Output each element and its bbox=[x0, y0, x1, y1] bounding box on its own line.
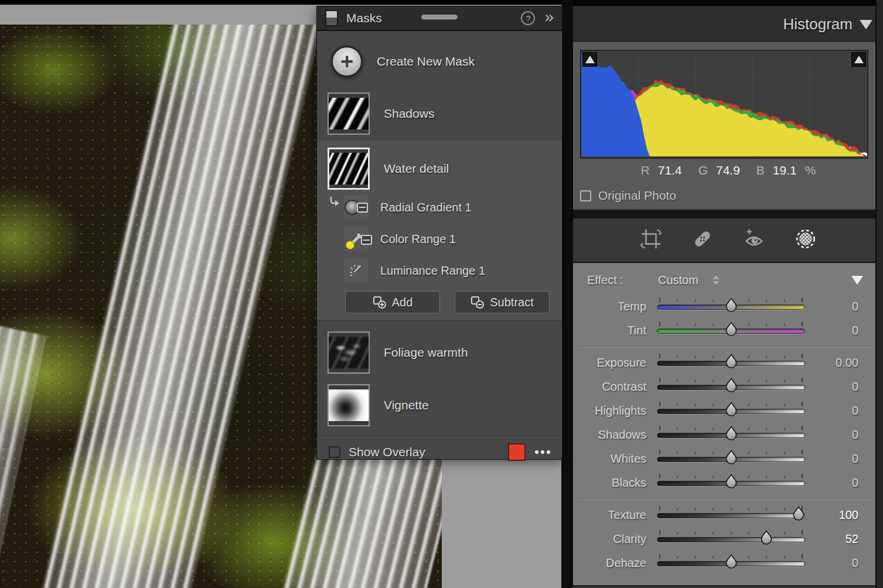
slider-value: 0 bbox=[852, 300, 858, 313]
mask-label: Foliage warmth bbox=[384, 346, 468, 360]
g-value: 74.9 bbox=[716, 163, 740, 177]
slider-label: Exposure bbox=[573, 356, 646, 370]
create-new-mask-button[interactable]: + Create New Mask bbox=[317, 38, 562, 85]
mask-component-luminance-range[interactable]: Luminance Range 1 bbox=[317, 255, 562, 286]
shadows-slider-handle[interactable] bbox=[725, 426, 738, 442]
slider-label: Shadows bbox=[573, 428, 646, 442]
clarity-slider-row: Clarity52 bbox=[573, 527, 883, 551]
slider-label: Texture bbox=[573, 508, 646, 522]
mask-item-shadows[interactable]: Shadows bbox=[317, 91, 562, 136]
mask-label: Water detail bbox=[384, 162, 449, 176]
help-icon[interactable]: ? bbox=[521, 11, 535, 25]
clarity-slider-handle[interactable] bbox=[760, 530, 773, 546]
group-divider bbox=[579, 346, 874, 347]
slider-value: 0 bbox=[852, 404, 858, 418]
subtract-mask-icon bbox=[471, 296, 485, 309]
mask-component-radial-gradient[interactable]: Radial Gradient 1 bbox=[317, 192, 562, 223]
histogram-layer-yellow bbox=[624, 84, 864, 156]
mask-item-vignette[interactable]: Vignette bbox=[317, 382, 562, 428]
highlight-clipping-indicator[interactable] bbox=[851, 52, 866, 67]
more-options-icon[interactable] bbox=[535, 450, 550, 454]
divider bbox=[317, 436, 562, 437]
percent-label: % bbox=[805, 163, 816, 177]
masking-tool-icon[interactable] bbox=[795, 228, 817, 252]
mask-thumbnail bbox=[328, 331, 370, 374]
shadow-clipping-indicator[interactable] bbox=[582, 52, 597, 67]
contrast-slider-handle[interactable] bbox=[725, 378, 738, 394]
panel-top-edge bbox=[573, 0, 883, 6]
red-eye-tool-icon[interactable] bbox=[743, 228, 765, 252]
color-range-icon bbox=[344, 227, 369, 251]
blacks-slider-handle[interactable] bbox=[725, 474, 738, 490]
panel-edge-divider bbox=[561, 0, 573, 588]
slider-label: Temp bbox=[573, 300, 646, 313]
crop-tool-icon[interactable] bbox=[640, 228, 662, 252]
show-overlay-label: Show Overlay bbox=[349, 445, 425, 459]
tint-slider-handle[interactable] bbox=[725, 322, 738, 337]
radial-gradient-icon bbox=[344, 195, 369, 220]
texture-slider-track[interactable] bbox=[657, 513, 805, 518]
add-button[interactable]: Add bbox=[345, 291, 440, 313]
collapse-triangle-icon[interactable] bbox=[851, 276, 863, 285]
healing-tool-icon[interactable] bbox=[691, 228, 714, 252]
effect-label: Effect : bbox=[587, 274, 623, 287]
exposure-slider-handle[interactable] bbox=[725, 354, 738, 370]
dehaze-slider-row: Dehaze0 bbox=[573, 551, 883, 575]
slider-label: Blacks bbox=[573, 476, 646, 490]
mask-thumbnail bbox=[328, 384, 370, 426]
b-label: B bbox=[756, 163, 765, 177]
overlay-color-swatch[interactable] bbox=[508, 443, 526, 461]
slider-label: Dehaze bbox=[573, 556, 646, 570]
show-overlay-checkbox[interactable] bbox=[329, 446, 340, 458]
temp-slider-row: Temp0 bbox=[573, 295, 883, 319]
selected-mask-group: Water detail Radial Gradient 1 bbox=[317, 141, 562, 320]
effect-preset-dropdown[interactable]: Custom bbox=[658, 274, 698, 287]
histogram-title: Histogram bbox=[783, 15, 853, 33]
highlights-slider-handle[interactable] bbox=[725, 402, 738, 418]
subtract-button[interactable]: Subtract bbox=[455, 291, 550, 313]
masks-panel-title: Masks bbox=[346, 11, 382, 25]
histogram-plot[interactable] bbox=[580, 50, 868, 159]
collapse-panel-icon[interactable]: » bbox=[544, 11, 554, 23]
dehaze-slider-handle[interactable] bbox=[725, 554, 738, 570]
slider-value: 0.00 bbox=[836, 356, 858, 370]
slider-label: Contrast bbox=[573, 380, 646, 394]
develop-right-panel: Histogram R 71.4 G 74.9 B 19.1 % Origina… bbox=[573, 0, 883, 588]
whites-slider-handle[interactable] bbox=[725, 450, 738, 466]
masks-panel-header: Masks ? » bbox=[317, 6, 562, 31]
slider-value: 0 bbox=[852, 556, 858, 570]
texture-slider-handle[interactable] bbox=[792, 506, 805, 522]
original-photo-checkbox[interactable] bbox=[580, 190, 591, 201]
exposure-slider-row: Exposure0.00 bbox=[573, 351, 883, 375]
mask-item-water-detail[interactable]: Water detail bbox=[317, 146, 562, 192]
tool-strip bbox=[573, 218, 883, 263]
subtract-badge-icon bbox=[361, 235, 372, 245]
blacks-slider-row: Blacks0 bbox=[573, 471, 883, 495]
panel-scrollbar[interactable] bbox=[875, 0, 883, 588]
panel-drag-handle[interactable] bbox=[421, 15, 458, 20]
histogram-header: Histogram bbox=[573, 6, 883, 42]
slider-value: 0 bbox=[852, 380, 858, 394]
histogram-module: R 71.4 G 74.9 B 19.1 % Original Photo bbox=[573, 42, 875, 210]
contrast-slider-row: Contrast0 bbox=[573, 375, 883, 399]
mask-component-color-range[interactable]: Color Range 1 bbox=[317, 223, 562, 255]
mask-panel-icon bbox=[325, 10, 338, 26]
original-photo-label: Original Photo bbox=[598, 189, 676, 203]
mask-thumbnail bbox=[328, 93, 370, 135]
slider-value: 100 bbox=[839, 508, 858, 522]
mask-item-foliage-warmth[interactable]: Foliage warmth bbox=[317, 330, 562, 375]
collapse-triangle-icon[interactable] bbox=[860, 20, 872, 29]
g-label: G bbox=[698, 163, 708, 177]
b-value: 19.1 bbox=[773, 163, 797, 177]
plus-icon: + bbox=[331, 46, 363, 77]
clarity-slider-track[interactable] bbox=[657, 537, 805, 542]
temp-slider-handle[interactable] bbox=[725, 298, 738, 313]
slider-label: Whites bbox=[573, 452, 646, 466]
slider-value: 0 bbox=[852, 428, 858, 442]
slider-label: Clarity bbox=[573, 532, 646, 546]
preset-stepper-icon[interactable] bbox=[712, 275, 720, 285]
component-label: Radial Gradient 1 bbox=[380, 201, 472, 214]
branch-arrow-icon bbox=[329, 196, 340, 208]
create-new-mask-label: Create New Mask bbox=[377, 54, 475, 69]
slider-value: 52 bbox=[846, 532, 858, 546]
